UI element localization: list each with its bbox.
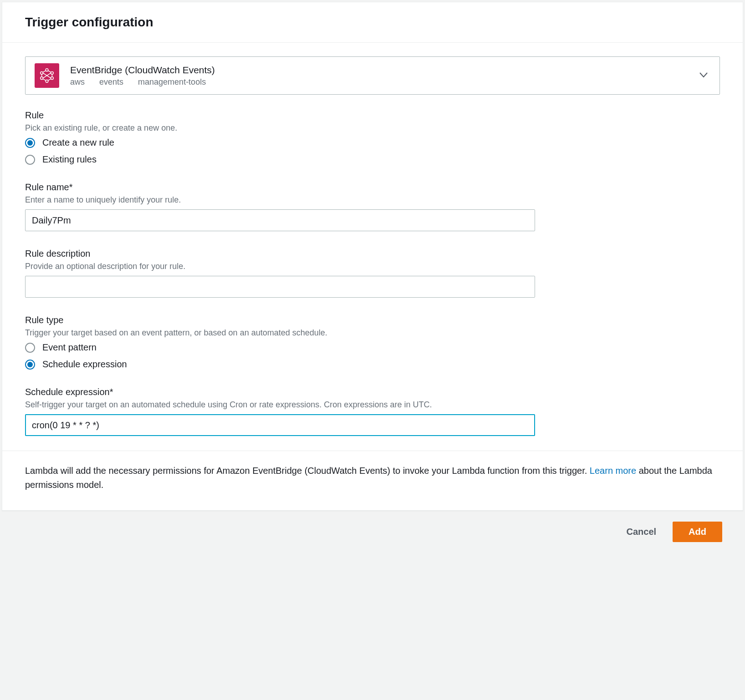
radio-icon	[25, 138, 35, 148]
source-title: EventBridge (CloudWatch Events)	[70, 65, 215, 76]
rule-type-group: Rule type Trigger your target based on a…	[25, 315, 720, 370]
add-button[interactable]: Add	[673, 522, 722, 542]
svg-point-1	[46, 69, 48, 71]
learn-more-link[interactable]: Learn more	[590, 466, 636, 476]
rule-type-label: Rule type	[25, 315, 720, 325]
trigger-config-panel: Trigger configuration	[2, 2, 743, 511]
svg-point-2	[51, 71, 54, 74]
source-tag: aws	[70, 77, 85, 87]
rule-hint: Pick an existing rule, or create a new o…	[25, 123, 720, 133]
schedule-expression-label: Schedule expression*	[25, 387, 720, 397]
rule-label: Rule	[25, 110, 720, 121]
radio-event-pattern[interactable]: Event pattern	[25, 342, 720, 353]
svg-point-5	[41, 77, 43, 80]
trigger-source-select[interactable]: EventBridge (CloudWatch Events) aws even…	[25, 56, 720, 95]
permissions-note: Lambda will add the necessary permission…	[25, 464, 720, 492]
source-tag: management-tools	[138, 77, 206, 87]
radio-existing-rules[interactable]: Existing rules	[25, 154, 720, 165]
rule-name-label: Rule name*	[25, 182, 720, 193]
radio-label: Existing rules	[42, 154, 97, 165]
rule-description-label: Rule description	[25, 249, 720, 259]
radio-icon	[25, 155, 35, 165]
rule-name-hint: Enter a name to uniquely identify your r…	[25, 195, 720, 205]
panel-title: Trigger configuration	[25, 15, 720, 30]
radio-icon	[25, 343, 35, 353]
schedule-expression-hint: Self-trigger your target on an automated…	[25, 400, 720, 410]
cancel-button[interactable]: Cancel	[621, 522, 662, 542]
radio-label: Schedule expression	[42, 359, 127, 370]
schedule-expression-input[interactable]	[25, 414, 535, 436]
rule-type-hint: Trigger your target based on an event pa…	[25, 328, 720, 338]
radio-schedule-expression[interactable]: Schedule expression	[25, 359, 720, 370]
panel-header: Trigger configuration	[2, 2, 743, 43]
rule-description-input[interactable]	[25, 276, 535, 298]
radio-label: Event pattern	[42, 342, 97, 353]
source-tag: events	[99, 77, 123, 87]
radio-create-new-rule[interactable]: Create a new rule	[25, 137, 720, 148]
permissions-text-before: Lambda will add the necessary permission…	[25, 466, 590, 476]
eventbridge-icon	[35, 63, 59, 88]
rule-name-group: Rule name* Enter a name to uniquely iden…	[25, 182, 720, 231]
radio-label: Create a new rule	[42, 137, 114, 148]
chevron-down-icon	[699, 72, 708, 79]
radio-icon	[25, 360, 35, 370]
rule-description-hint: Provide an optional description for your…	[25, 262, 720, 271]
svg-point-0	[41, 71, 43, 74]
svg-point-3	[51, 77, 54, 80]
rule-description-group: Rule description Provide an optional des…	[25, 249, 720, 298]
rule-group: Rule Pick an existing rule, or create a …	[25, 110, 720, 165]
svg-point-4	[46, 80, 48, 83]
rule-name-input[interactable]	[25, 209, 535, 231]
schedule-expression-group: Schedule expression* Self-trigger your t…	[25, 387, 720, 436]
footer-actions: Cancel Add	[0, 511, 745, 553]
divider	[2, 451, 743, 451]
